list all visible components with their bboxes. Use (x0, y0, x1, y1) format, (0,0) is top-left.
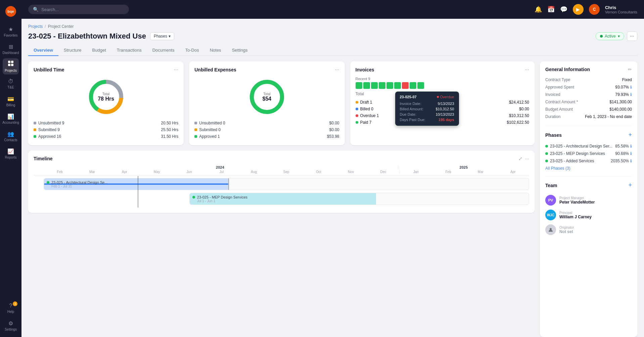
invoice-square[interactable] (356, 82, 362, 89)
tooltip-label: Billed Amount: (400, 107, 423, 111)
status-dot (600, 35, 603, 38)
search-box[interactable]: 🔍 (28, 5, 129, 14)
dashboard-icon: ⊞ (9, 44, 13, 50)
tab-transactions[interactable]: Transactions (111, 45, 147, 56)
invoice-square[interactable] (394, 82, 401, 89)
all-phases-link[interactable]: All Phases (3) (545, 166, 632, 171)
phase-icon: ℹ (630, 159, 632, 163)
phase-label: 23-025 - MEP Design Services (550, 151, 605, 156)
unbilled-expenses-stats: Unsubmitted 0 $0.00 Submitted 0 $0.00 Ap… (194, 120, 339, 140)
inv-dot (356, 108, 358, 110)
more-options-button[interactable]: ··· (627, 32, 637, 41)
search-input[interactable] (41, 7, 124, 12)
logo-icon: bqe (5, 6, 16, 17)
tab-overview[interactable]: Overview (28, 45, 58, 56)
stat-row: Submitted 0 $0.00 (194, 126, 339, 133)
overdue-dot (437, 96, 439, 98)
invoices-menu[interactable]: ··· (525, 67, 529, 73)
expand-icon[interactable]: ⤢ (518, 156, 522, 161)
info-label: Duration (545, 114, 560, 119)
sidebar-item-help[interactable]: ? Help 4 (3, 300, 19, 316)
phases-add-icon[interactable]: + (628, 131, 632, 138)
phases-header: Phases + (545, 131, 632, 138)
timeline-header: Timeline ⤢ ··· (34, 156, 529, 161)
member-info-principal: Principal William J Carney (559, 211, 592, 219)
tooltip-label: Due Date: (400, 112, 417, 116)
sidebar-item-settings[interactable]: ⚙ Settings (3, 318, 19, 334)
sidebar-item-projects[interactable]: Projects (3, 58, 19, 74)
phase-dot (545, 152, 548, 155)
timeline-card: Timeline ⤢ ··· 2 (28, 151, 535, 213)
breadcrumb-projects[interactable]: Projects (28, 24, 43, 29)
unbilled-time-menu[interactable]: ··· (174, 67, 178, 73)
invoice-square[interactable] (410, 82, 416, 89)
invoice-square-overdue[interactable]: 23-025-07 Overdue Invoice Date: (402, 82, 409, 89)
phases-button[interactable]: Phases ▾ (150, 32, 174, 40)
phase-item-2[interactable]: 23-025 - MEP Design Services 90.68% ℹ (545, 150, 632, 157)
invoice-square[interactable] (371, 82, 378, 89)
unbilled-time-stats: Unsubmitted 9 20.50 Hrs Submitted 9 25.5… (34, 120, 178, 140)
invoices-title: Invoices (356, 67, 374, 72)
bar-content-2: 23-025 - MEP Design Services Jul 1 - Jun… (190, 193, 529, 205)
tab-notes[interactable]: Notes (204, 45, 227, 56)
messages-icon[interactable]: 💬 (560, 6, 567, 13)
inv-value: $10,312.50 (509, 113, 529, 118)
favorites-icon: ★ (8, 26, 13, 33)
phase-pct: 85.58% ℹ (615, 144, 632, 149)
stat-value: $53.98 (327, 134, 339, 139)
status-badge[interactable]: Active ▾ (596, 32, 624, 40)
donut-value: 78 Hrs (98, 96, 114, 102)
tab-structure[interactable]: Structure (58, 45, 87, 56)
tooltip-id: 23-025-07 (400, 95, 417, 99)
unbilled-expenses-header: Unbilled Expenses ··· (194, 67, 339, 73)
page-title: 23-025 - Elizabethtown Mixed Use (28, 32, 146, 41)
stat-row: Approved 1 $53.98 (194, 133, 339, 140)
general-info-edit-icon[interactable]: ✏ (628, 67, 632, 72)
sidebar-item-reports[interactable]: 📈 Reports (3, 146, 19, 162)
unbilled-expenses-menu[interactable]: ··· (335, 67, 339, 73)
invoice-square[interactable] (363, 82, 370, 89)
sidebar-item-favorites[interactable]: ★ Favorites (3, 23, 19, 40)
projects-icon (8, 60, 14, 68)
phase-item-3[interactable]: 23-025 - Added Services 2035.50% ℹ (545, 157, 632, 165)
invoice-square[interactable] (386, 82, 393, 89)
info-value: Fixed (622, 77, 632, 82)
member-info-originator: Originator Not set (559, 226, 574, 234)
month-jun: Jun (173, 170, 205, 174)
bar-container-1[interactable]: 23-025 - Architectural Design Se... Feb … (44, 178, 529, 190)
calendar-icon[interactable]: 📅 (547, 6, 555, 13)
topnav-right: 🔔 📅 💬 ▶ C Chris Vernon Consultants (535, 4, 637, 15)
phase-item-1[interactable]: 23-025 - Architectural Design Ser... 85.… (545, 143, 632, 150)
notifications-icon[interactable]: 🔔 (535, 6, 542, 13)
status-chevron-icon: ▾ (618, 34, 620, 39)
timer-button[interactable]: ▶ (573, 4, 584, 15)
stat-dot (194, 128, 197, 131)
timeline-menu-icon[interactable]: ··· (525, 156, 529, 161)
tab-settings[interactable]: Settings (227, 45, 253, 56)
bar-status-dot (47, 181, 49, 184)
tab-todos[interactable]: To-Dos (180, 45, 204, 56)
timeline-actions: ⤢ ··· (518, 156, 529, 161)
stat-value: 20.50 Hrs (161, 121, 178, 125)
sidebar-item-label: Contacts (4, 138, 17, 142)
sidebar-item-contacts[interactable]: 👥 Contacts (3, 128, 19, 144)
invoice-square[interactable] (417, 82, 424, 89)
team-add-icon[interactable]: + (628, 182, 632, 189)
user-avatar[interactable]: C (589, 4, 600, 15)
sidebar-item-dashboard[interactable]: ⊞ Dashboard (3, 41, 19, 57)
tab-documents[interactable]: Documents (147, 45, 180, 56)
donut-container: Total 78 Hrs (86, 77, 126, 117)
bar-container-2[interactable]: 23-025 - MEP Design Services Jul 1 - Jun… (189, 193, 529, 205)
sidebar-item-accounting[interactable]: 📊 Accounting (3, 111, 19, 127)
info-label: Contract Amount * (545, 100, 578, 104)
stat-dot (194, 122, 197, 124)
tab-budget[interactable]: Budget (87, 45, 111, 56)
sidebar-item-te[interactable]: ⏱ T&E (3, 76, 19, 92)
sidebar-item-billing[interactable]: 💳 Billing (3, 93, 19, 109)
bar-date-2: Jul 1 - Jun 1 (197, 199, 526, 203)
tooltip-val: $10,312.50 (435, 107, 454, 111)
invoice-square[interactable] (379, 82, 385, 89)
phase-icon: ℹ (630, 144, 632, 149)
member-name: Peter VandeMotter (559, 200, 595, 205)
phase-pct: 90.68% ℹ (615, 151, 632, 156)
